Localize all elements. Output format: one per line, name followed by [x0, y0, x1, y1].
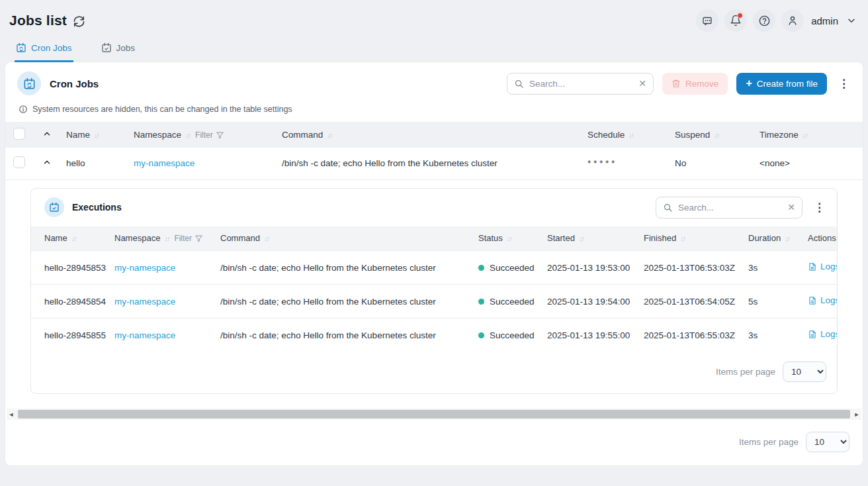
cell-command: /bin/sh -c date; echo Hello from the Kub…	[212, 251, 470, 285]
items-per-page-select[interactable]: 10	[806, 432, 849, 452]
cron-jobs-icon	[17, 72, 41, 95]
status-succeeded-dot	[478, 332, 484, 338]
assistant-chat-button[interactable]	[696, 9, 718, 32]
sort-name[interactable]: ↓↑	[71, 234, 76, 242]
execution-row: hello-28945855 my-namespace /bin/sh -c d…	[31, 318, 837, 352]
cron-jobs-card: Cron Jobs ✕ Remove + Create from file ⋮	[5, 62, 863, 465]
jobs-calendar-icon	[101, 42, 112, 53]
collapse-row-icon[interactable]	[42, 158, 52, 167]
executions-table: Name↓↑ Namespace↓↑Filter Command↓↑ Statu…	[31, 226, 837, 352]
search-icon	[663, 203, 673, 213]
logs-label: Logs	[820, 329, 837, 339]
namespace-link[interactable]: my-namespace	[114, 263, 175, 273]
cron-search-input[interactable]	[529, 79, 633, 89]
user-icon	[787, 15, 799, 26]
scroll-left-arrow[interactable]: ◄	[7, 411, 16, 418]
refresh-icon[interactable]	[73, 16, 85, 27]
cron-kebab-menu[interactable]: ⋮	[836, 78, 852, 89]
tab-label: Jobs	[116, 43, 136, 53]
clear-search-icon[interactable]: ✕	[787, 202, 795, 213]
executions-search-input[interactable]	[678, 203, 782, 213]
sort-namespace[interactable]: ↓↑	[185, 131, 190, 139]
sort-suspend[interactable]: ↓↑	[714, 131, 718, 139]
sort-name[interactable]: ↓↑	[94, 131, 99, 139]
trash-icon	[672, 79, 681, 88]
cell-command: /bin/sh -c date; echo Hello from the Kub…	[212, 285, 470, 318]
col-name: Name	[44, 233, 67, 243]
scroll-right-arrow[interactable]: ►	[852, 411, 861, 418]
items-per-page-select[interactable]: 10	[783, 362, 826, 382]
horizontal-scrollbar: ◄ ►	[7, 409, 861, 420]
sort-timezone[interactable]: ↓↑	[803, 131, 807, 139]
sort-schedule[interactable]: ↓↑	[629, 131, 633, 139]
clear-search-icon[interactable]: ✕	[638, 78, 646, 89]
sort-started[interactable]: ↓↑	[579, 234, 584, 242]
cell-finished: 2025-01-13T06:53:03Z	[636, 251, 740, 285]
cron-search-box: ✕	[507, 73, 654, 95]
namespace-link[interactable]: my-namespace	[134, 158, 195, 168]
executions-header: Executions ✕ ⋮	[31, 189, 837, 226]
sort-status[interactable]: ↓↑	[507, 234, 511, 242]
cell-schedule: * * * * *	[580, 148, 667, 179]
namespace-filter[interactable]: Filter	[174, 234, 203, 243]
sort-command[interactable]: ↓↑	[327, 131, 331, 139]
col-finished: Finished	[644, 233, 676, 243]
tab-label: Cron Jobs	[31, 43, 72, 53]
page-header: Jobs list admin	[0, 0, 868, 38]
sort-finished[interactable]: ↓↑	[680, 234, 685, 242]
document-icon	[808, 296, 817, 305]
chevron-down-icon[interactable]	[847, 16, 856, 25]
sort-duration[interactable]: ↓↑	[785, 234, 789, 242]
select-all-checkbox[interactable]	[13, 128, 25, 140]
col-status: Status	[478, 233, 503, 243]
card-title: Cron Jobs	[50, 78, 99, 89]
sort-command[interactable]: ↓↑	[264, 234, 269, 242]
namespace-link[interactable]: my-namespace	[114, 330, 175, 340]
create-from-file-button[interactable]: + Create from file	[736, 73, 827, 95]
filter-funnel-icon	[195, 234, 203, 243]
items-per-page-label: Items per page	[716, 367, 775, 377]
col-timezone: Timezone	[760, 130, 799, 140]
namespace-filter[interactable]: Filter	[195, 130, 224, 140]
col-command: Command	[220, 233, 260, 243]
table-header-row: Name↓↑ Namespace↓↑Filter Command↓↑ Sched…	[5, 122, 863, 148]
tab-jobs[interactable]: Jobs	[100, 38, 137, 62]
help-button[interactable]	[753, 9, 775, 32]
executions-calendar-icon	[44, 197, 64, 217]
status-badge: Succeeded	[490, 330, 535, 340]
filter-label: Filter	[174, 234, 192, 243]
tab-bar: Cron Jobs Jobs	[0, 38, 868, 62]
user-avatar[interactable]	[781, 9, 804, 32]
cron-calendar-icon	[16, 42, 26, 53]
document-icon	[808, 262, 817, 271]
executions-pagination: Items per page 10	[31, 352, 837, 393]
col-namespace: Namespace	[134, 130, 181, 140]
cell-name: hello-28945855	[31, 318, 107, 352]
logs-button[interactable]: Logs	[808, 329, 837, 339]
cell-finished: 2025-01-13T06:54:05Z	[636, 285, 740, 318]
notifications-button[interactable]	[724, 9, 747, 32]
cell-command: /bin/sh -c date; echo Hello from the Kub…	[212, 318, 470, 352]
col-suspend: Suspend	[675, 130, 710, 140]
namespace-link[interactable]: my-namespace	[114, 297, 175, 307]
table-row: hello my-namespace /bin/sh -c date; echo…	[5, 148, 863, 179]
executions-kebab-menu[interactable]: ⋮	[811, 202, 828, 213]
sort-namespace[interactable]: ↓↑	[164, 234, 169, 242]
scrollbar-track[interactable]	[16, 409, 852, 419]
cell-finished: 2025-01-13T06:55:03Z	[636, 318, 740, 352]
cell-command: /bin/sh -c date; echo Hello from the Kub…	[274, 148, 580, 179]
tab-cron-jobs[interactable]: Cron Jobs	[15, 38, 73, 62]
status-succeeded-dot	[478, 265, 484, 271]
remove-button[interactable]: Remove	[662, 73, 728, 95]
col-command: Command	[282, 130, 323, 140]
col-started: Started	[547, 233, 575, 243]
logs-button[interactable]: Logs	[808, 295, 837, 305]
notification-dot	[737, 13, 743, 19]
collapse-all-icon[interactable]	[42, 129, 52, 138]
scrollbar-thumb[interactable]	[18, 410, 850, 418]
row-checkbox[interactable]	[13, 156, 25, 168]
user-menu[interactable]: admin	[811, 15, 838, 26]
cell-started: 2025-01-13 19:54:00	[539, 285, 636, 318]
items-per-page-label: Items per page	[739, 437, 799, 447]
logs-button[interactable]: Logs	[808, 262, 837, 271]
